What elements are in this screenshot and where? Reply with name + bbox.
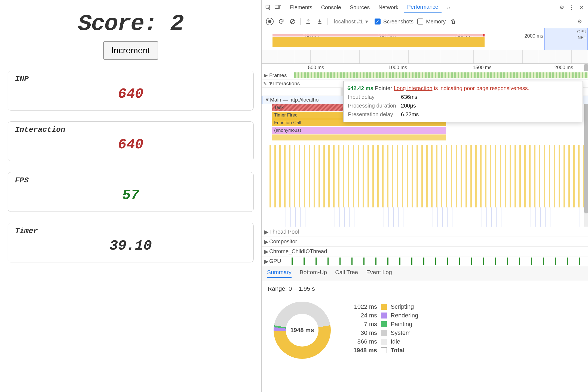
btab-summary[interactable]: Summary — [267, 269, 292, 278]
session-select[interactable]: localhost #1 ▾ — [331, 17, 371, 26]
gpu-row[interactable]: ▶GPU — [262, 256, 588, 266]
upload-icon[interactable] — [304, 18, 312, 25]
child-io-thread-row[interactable]: ▶Chrome_ChildIOThread — [262, 247, 588, 256]
tab-console[interactable]: Console — [318, 3, 344, 12]
tab-network[interactable]: Network — [375, 3, 402, 12]
summary-panel: Range: 0 – 1.95 s 1948 ms 1022 msScripti… — [262, 281, 588, 367]
memory-label: Memory — [426, 19, 446, 25]
checkbox-icon — [417, 19, 423, 24]
memory-checkbox[interactable]: Memory — [417, 19, 446, 25]
settings-gear-icon[interactable]: ⚙ — [576, 18, 584, 25]
swatch-icon — [381, 339, 387, 345]
tl-tick: 2000 ms — [554, 65, 573, 71]
flame-chart[interactable]: 500 ms 1000 ms 1500 ms 2000 ms ▶ Frames … — [262, 64, 588, 227]
summary-donut: 1948 ms — [274, 302, 331, 359]
card-timer-label: Timer — [15, 227, 246, 235]
device-icon[interactable] — [274, 4, 282, 11]
swatch-icon — [381, 304, 387, 310]
swatch-icon — [381, 347, 387, 353]
donut-center: 1948 ms — [286, 314, 318, 347]
card-timer: Timer 39.10 — [8, 223, 254, 262]
screenshot-filmstrip[interactable] — [262, 50, 588, 64]
download-icon[interactable] — [316, 18, 323, 25]
devtools-tabs: Elements Console Sources Network Perform… — [262, 0, 588, 15]
tabs-overflow[interactable]: » — [444, 3, 453, 12]
tl-tick: 1500 ms — [473, 65, 491, 71]
gear-icon[interactable]: ⚙ — [558, 4, 566, 11]
record-icon[interactable] — [266, 18, 274, 25]
interactions-label: Interactions — [273, 81, 300, 87]
gc-icon[interactable]: 🗑 — [449, 18, 457, 25]
card-fps-label: FPS — [15, 176, 246, 185]
demo-app: Score: 2 Increment INP 640 Interaction 6… — [0, 0, 261, 392]
close-icon[interactable]: ✕ — [578, 4, 585, 11]
timeline-ruler: 500 ms 1000 ms 1500 ms 2000 ms — [262, 64, 588, 71]
swatch-icon — [381, 330, 387, 336]
disclose-icon[interactable]: ▼ — [268, 81, 272, 87]
thread-label: Compositor — [269, 238, 297, 245]
disclose-icon[interactable]: ▼ — [265, 97, 268, 103]
tooltip-table: Input delay636ms Processing duration200µ… — [347, 92, 424, 119]
devtools-panel: Elements Console Sources Network Perform… — [261, 0, 588, 392]
ov-tick: 2000 ms — [524, 33, 543, 39]
tt-row-val: 636ms — [401, 93, 423, 101]
tab-sources[interactable]: Sources — [347, 3, 373, 12]
card-fps-value: 57 — [15, 187, 246, 203]
disclose-icon[interactable]: ▶ — [264, 238, 268, 245]
card-interaction: Interaction 640 — [8, 121, 254, 161]
svg-rect-1 — [275, 5, 279, 8]
card-timer-value: 39.10 — [15, 238, 246, 254]
disclose-icon[interactable]: ▶ — [264, 72, 268, 78]
btab-event-log[interactable]: Event Log — [366, 269, 392, 278]
screenshots-checkbox[interactable]: ✓ Screenshots — [375, 19, 414, 25]
overview-scripting — [272, 37, 485, 47]
frames-lane[interactable]: ▶ Frames — [262, 71, 588, 79]
interaction-tooltip: 642.42 ms Pointer Long interaction is in… — [343, 81, 583, 122]
separator — [327, 18, 327, 25]
disclose-icon[interactable]: ▶ — [264, 229, 268, 235]
tooltip-long-interaction-link[interactable]: Long interaction — [394, 85, 432, 91]
pencil-icon: ✎ — [263, 81, 267, 86]
svg-rect-2 — [279, 6, 281, 9]
btab-bottom-up[interactable]: Bottom-Up — [300, 269, 327, 278]
separator — [284, 4, 284, 11]
reload-icon[interactable] — [277, 18, 285, 25]
compositor-row[interactable]: ▶Compositor — [262, 237, 588, 247]
separator — [300, 18, 301, 25]
swatch-icon — [381, 313, 387, 318]
card-inp-value: 640 — [15, 86, 246, 102]
overview-long-task-end — [483, 34, 485, 36]
frames-strip — [294, 72, 588, 78]
inspect-icon[interactable] — [264, 4, 272, 11]
card-interaction-label: Interaction — [15, 125, 246, 134]
swatch-icon — [381, 321, 387, 327]
btab-call-tree[interactable]: Call Tree — [335, 269, 358, 278]
frames-label: Frames — [269, 72, 287, 78]
tt-row-val: 200µs — [401, 102, 423, 110]
thread-pool-row[interactable]: ▶Thread Pool — [262, 227, 588, 237]
card-inp: INP 640 — [8, 71, 254, 111]
thread-label: Thread Pool — [269, 229, 299, 235]
tab-elements[interactable]: Elements — [286, 3, 316, 12]
flame-child[interactable] — [272, 134, 446, 140]
tooltip-warning: is indicating poor page responsiveness. — [434, 85, 529, 91]
disclose-icon[interactable]: ▶ — [264, 248, 268, 255]
tab-performance[interactable]: Performance — [404, 2, 442, 13]
thread-label: Chrome_ChildIOThread — [269, 248, 327, 255]
flame-minor-tasks — [266, 145, 588, 207]
tt-row-key: Input delay — [348, 93, 400, 101]
flame-anonymous[interactable]: (anonymous) — [272, 127, 446, 134]
svg-line-4 — [291, 20, 294, 23]
perf-overview[interactable]: 500 ms 1000 ms 1500 ms 2000 ms CPU NET — [262, 28, 588, 50]
gpu-ticks — [281, 258, 588, 265]
legend-total: 1948 msTotal — [347, 347, 418, 354]
legend-rendering: 24 msRendering — [347, 312, 418, 319]
screenshots-label: Screenshots — [383, 19, 414, 25]
legend-scripting: 1022 msScripting — [347, 303, 418, 310]
disclose-icon[interactable]: ▶ — [264, 258, 268, 265]
overview-right-labels: CPU NET — [577, 28, 588, 41]
tooltip-kind: Pointer — [375, 85, 392, 91]
kebab-icon[interactable]: ⋮ — [568, 4, 575, 11]
clear-icon[interactable] — [289, 18, 296, 25]
increment-button[interactable]: Increment — [103, 41, 158, 60]
